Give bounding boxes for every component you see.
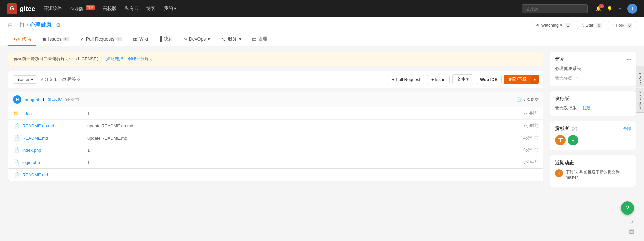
side-tab-project[interactable]: 1. Project (636, 66, 644, 87)
add-tag-icon[interactable]: ＋ (574, 74, 580, 81)
file-message: update README.md. (82, 136, 512, 141)
repo-owner[interactable]: 丁钉 (14, 22, 25, 29)
file-name[interactable]: README.md (22, 136, 82, 141)
repo-title-row: ⊟ 丁钉 / 心理健康 ⚙ 👁 Watching ▾ 1 ☆ Star 0 ⑂ … (8, 21, 636, 33)
file-icon: 📄 (13, 123, 19, 129)
points-icon[interactable]: 💡 (607, 6, 612, 11)
commit-number: 1 (42, 97, 45, 102)
nav-link-private[interactable]: 私有云 (125, 6, 139, 12)
table-row[interactable]: 📄 README.md update README.md. 14分钟前 (8, 132, 543, 144)
file-message: 1 (82, 148, 512, 153)
nav-link-enterprise[interactable]: 企业版 特惠 (70, 5, 95, 12)
nav-link-university[interactable]: 高校版 (103, 6, 117, 12)
file-list: 📁 .idea 1 7小时前 📄 README.en.md update REA… (8, 107, 543, 169)
tab-devops[interactable]: ∞ DevOps ▾ (179, 33, 216, 46)
issue-button[interactable]: + Issue (427, 75, 450, 84)
nav-icons: 🔔 2 💡 ＋ 丁 (596, 4, 637, 14)
add-icon[interactable]: ＋ (618, 6, 622, 12)
repo-name[interactable]: 心理健康 (30, 22, 51, 29)
logo[interactable]: G gitee (7, 3, 35, 14)
tab-pullrequests[interactable]: ⤢ Pull Requests 0 (75, 33, 128, 46)
license-link[interactable]: 点此选择并创建开源许可 (106, 56, 153, 61)
content-left: 你当前开源项目尚未选择许可证（LICENSE）， 点此选择并创建开源许可 mas… (8, 52, 543, 192)
tags-info: 🏷 标签 0 (62, 76, 80, 82)
file-time: 7小时前 (512, 123, 539, 129)
tab-manage[interactable]: ▤ 管理 (247, 33, 273, 46)
branch-selector[interactable]: master ▾ (13, 75, 37, 84)
issues-badge: 0 (63, 37, 69, 41)
intro-edit-icon[interactable]: ✏ (627, 57, 631, 62)
table-row[interactable]: 📁 .idea 1 7小时前 (8, 107, 543, 120)
fork-count: 0 (627, 23, 632, 28)
file-message: 1 (82, 111, 512, 116)
contributor-avatar-hong[interactable]: H (568, 135, 578, 145)
tab-code[interactable]: </> 代码 (8, 33, 36, 46)
pull-request-button[interactable]: + Pull Request (388, 75, 424, 84)
commit-right: 📄 5 次提交 (516, 97, 539, 102)
tab-code-icon: </> (13, 36, 20, 42)
repo-title: ⊟ 丁钉 / 心理健康 ⚙ (8, 22, 60, 29)
tab-issues[interactable]: ▣ Issues 0 (36, 33, 75, 46)
logo-icon: G (7, 3, 17, 14)
commit-time: 3分钟前 (65, 97, 80, 102)
fork-button[interactable]: ⑂ Fork 0 (608, 21, 636, 29)
commit-author[interactable]: hongmi (25, 97, 39, 102)
license-text: 你当前开源项目尚未选择许可证（LICENSE）， (14, 56, 105, 61)
file-icon: 📄 (13, 147, 19, 153)
releases-title: 发行版 (555, 96, 631, 102)
releases-create-link[interactable]: 创建 (582, 105, 591, 110)
commit-row: H hongmi 1 3fabc67 3分钟前 📄 5 次提交 (8, 92, 543, 107)
contributors-all-link[interactable]: 全部 (623, 126, 631, 132)
tab-services[interactable]: ⌥ 服务 ▾ (215, 33, 247, 46)
repo-actions: 👁 Watching ▾ 1 ☆ Star 0 ⑂ Fork 0 (532, 21, 636, 29)
watching-count: 1 (565, 23, 571, 28)
star-button[interactable]: ☆ Star 0 (577, 21, 606, 29)
table-row[interactable]: 📄 index.php 1 3分钟前 (8, 144, 543, 156)
contributor-avatar-ding[interactable]: 丁 (555, 135, 566, 145)
user-avatar[interactable]: 丁 (627, 4, 637, 14)
branch-bar: master ▾ ⑂ 分支 1 🏷 标签 0 + Pull Request + … (8, 71, 543, 88)
file-icon: 📄 (13, 159, 19, 165)
table-row[interactable]: 📄 README.en.md update README.en.md. 7小时前 (8, 120, 543, 132)
clone-button[interactable]: 克隆/下载 (504, 75, 531, 84)
file-message: 1 (82, 160, 512, 165)
file-icon: 📄 (13, 135, 19, 141)
tab-wiki[interactable]: ▦ Wiki (128, 33, 153, 46)
file-button[interactable]: 文件 ▾ (452, 74, 473, 84)
search-input[interactable] (522, 4, 588, 13)
pr-badge: 0 (116, 37, 122, 41)
commit-avatar: H (13, 95, 21, 104)
commits-count[interactable]: 5 次提交 (523, 97, 539, 102)
webide-button[interactable]: Web IDE (476, 75, 502, 84)
tab-pr-icon: ⤢ (80, 36, 84, 42)
star-count: 0 (596, 23, 602, 28)
file-name[interactable]: README.en.md (22, 123, 82, 128)
watching-button[interactable]: 👁 Watching ▾ 1 (532, 21, 574, 29)
contributors-title: 贡献者 (2) 全部 (555, 126, 631, 132)
folder-icon: 📁 (13, 110, 19, 116)
readme-name[interactable]: README.md (22, 172, 82, 177)
nav-link-kaiyuan[interactable]: 开源软件 (43, 6, 62, 12)
readme-row[interactable]: 📄 README.md (8, 169, 543, 181)
commit-hash[interactable]: 3fabc67 (48, 97, 62, 102)
nav-link-blog[interactable]: 博客 (146, 6, 156, 12)
table-row[interactable]: 📄 login.php 1 3分钟前 (8, 156, 543, 168)
notification-bell[interactable]: 🔔 2 (596, 6, 601, 11)
special-badge: 特惠 (86, 5, 95, 10)
side-tab-structure[interactable]: 2. Structure (636, 88, 644, 113)
repo-settings-icon[interactable]: ⚙ (56, 22, 60, 28)
notification-count: 2 (599, 4, 604, 8)
file-name[interactable]: login.php (22, 160, 82, 165)
branch-info: ⑂ 分支 1 🏷 标签 0 (40, 76, 80, 82)
tags-label: 暂无标签 (555, 75, 572, 81)
nav-link-mine[interactable]: 我的 ▾ (164, 6, 177, 12)
file-name[interactable]: index.php (22, 148, 82, 153)
tab-stats[interactable]: ▐ 统计 (153, 33, 179, 46)
separator: / (27, 22, 28, 28)
releases-card: 发行版 暂无发行版， 创建 (550, 91, 636, 116)
branch-actions: + Pull Request + Issue 文件 ▾ Web IDE 克隆/下… (388, 74, 539, 84)
intro-title: 简介 ✏ (555, 57, 631, 62)
file-name[interactable]: .idea (22, 111, 82, 116)
clone-dropdown-button[interactable]: ▾ (531, 75, 539, 84)
contributors-card: 贡献者 (2) 全部 丁 H (550, 121, 636, 150)
